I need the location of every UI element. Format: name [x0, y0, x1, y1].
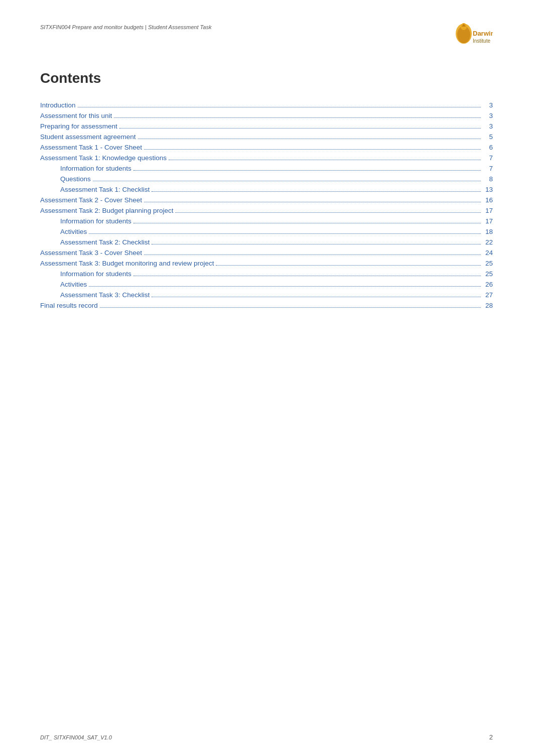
toc-item-label[interactable]: Final results record: [40, 302, 98, 309]
toc-page-number: 25: [483, 260, 493, 267]
footer-page-number: 2: [489, 733, 493, 741]
toc-item-label[interactable]: Assessment Task 1: Checklist: [60, 186, 150, 193]
footer-left: DIT_ SITXFIN004_SAT_V1.0: [40, 734, 112, 740]
toc-dots: [134, 276, 481, 276]
svg-text:Darwin: Darwin: [473, 30, 493, 37]
logo-icon: Darwin Institute: [438, 22, 493, 49]
toc-page-number: 8: [483, 175, 493, 183]
toc-page-number: 18: [483, 228, 493, 235]
toc-item[interactable]: Assessment Task 2 - Cover Sheet16: [40, 196, 493, 204]
toc-dots: [144, 149, 481, 150]
toc-page-number: 26: [483, 281, 493, 288]
toc-item[interactable]: Assessment Task 1: Knowledge questions7: [40, 154, 493, 162]
toc-item-label[interactable]: Assessment Task 1: Knowledge questions: [40, 154, 167, 162]
toc-item[interactable]: Activities26: [40, 281, 493, 288]
toc-page-number: 7: [483, 154, 493, 162]
toc-item-label[interactable]: Assessment Task 2 - Cover Sheet: [40, 196, 142, 204]
toc-page-number: 3: [483, 122, 493, 130]
toc-item-label[interactable]: Activities: [60, 281, 87, 288]
toc-dots: [144, 202, 481, 202]
toc-item-label[interactable]: Assessment Task 3: Checklist: [60, 291, 150, 299]
toc-page-number: 17: [483, 207, 493, 214]
toc-page-number: 16: [483, 196, 493, 204]
toc-item[interactable]: Assessment Task 1 - Cover Sheet6: [40, 144, 493, 151]
toc-item[interactable]: Activities18: [40, 228, 493, 235]
toc-item-label[interactable]: Assessment Task 3: Budget monitoring and…: [40, 260, 214, 267]
page: SITXFIN004 Prepare and monitor budgets |…: [0, 0, 533, 756]
logo-container: Darwin Institute: [433, 20, 493, 50]
toc-item[interactable]: Information for students7: [40, 165, 493, 172]
header-subtitle: SITXFIN004 Prepare and monitor budgets |…: [40, 20, 211, 30]
toc-dots: [138, 139, 481, 139]
toc-dots: [89, 233, 481, 234]
toc-item[interactable]: Assessment Task 3 - Cover Sheet24: [40, 249, 493, 257]
toc-item-label[interactable]: Assessment Task 2: Budget planning proje…: [40, 207, 173, 214]
toc-item-label[interactable]: Information for students: [60, 217, 131, 225]
toc-item-label[interactable]: Assessment Task 3 - Cover Sheet: [40, 249, 142, 257]
page-title: Contents: [40, 70, 493, 86]
toc-page-number: 13: [483, 186, 493, 193]
toc-item[interactable]: Information for students25: [40, 270, 493, 278]
toc-item-label[interactable]: Assessment Task 1 - Cover Sheet: [40, 144, 142, 151]
toc-item[interactable]: Introduction3: [40, 101, 493, 109]
toc-item[interactable]: Assessment Task 3: Checklist27: [40, 291, 493, 299]
toc-page-number: 17: [483, 217, 493, 225]
toc-page-number: 25: [483, 270, 493, 278]
toc-page-number: 5: [483, 133, 493, 141]
toc-item[interactable]: Assessment for this unit3: [40, 112, 493, 119]
toc-dots: [169, 160, 481, 160]
page-footer: DIT_ SITXFIN004_SAT_V1.0 2: [40, 733, 493, 741]
toc-item-label[interactable]: Preparing for assessment: [40, 122, 117, 130]
toc-page-number: 28: [483, 302, 493, 309]
toc-item[interactable]: Assessment Task 1: Checklist13: [40, 186, 493, 193]
toc-container: Introduction3Assessment for this unit3Pr…: [40, 101, 493, 309]
toc-page-number: 22: [483, 238, 493, 246]
toc-item-label[interactable]: Activities: [60, 228, 87, 235]
toc-dots: [119, 128, 481, 129]
toc-item[interactable]: Assessment Task 2: Budget planning proje…: [40, 207, 493, 214]
toc-item[interactable]: Assessment Task 3: Budget monitoring and…: [40, 260, 493, 267]
toc-item-label[interactable]: Introduction: [40, 101, 76, 109]
toc-item-label[interactable]: Student assessment agreement: [40, 133, 136, 141]
toc-dots: [134, 223, 481, 223]
toc-item-label[interactable]: Questions: [60, 175, 91, 183]
toc-dots: [114, 117, 481, 118]
toc-item[interactable]: Final results record28: [40, 302, 493, 309]
toc-item[interactable]: Questions8: [40, 175, 493, 183]
toc-page-number: 27: [483, 291, 493, 299]
toc-dots: [175, 212, 481, 213]
toc-page-number: 7: [483, 165, 493, 172]
toc-item[interactable]: Student assessment agreement5: [40, 133, 493, 141]
toc-dots: [152, 297, 481, 297]
toc-dots: [78, 107, 481, 107]
toc-item[interactable]: Information for students17: [40, 217, 493, 225]
toc-item-label[interactable]: Information for students: [60, 270, 131, 278]
toc-page-number: 24: [483, 249, 493, 257]
toc-dots: [93, 181, 481, 181]
toc-item[interactable]: Assessment Task 2: Checklist22: [40, 238, 493, 246]
toc-dots: [144, 255, 481, 255]
toc-dots: [216, 265, 481, 266]
toc-dots: [152, 191, 481, 192]
toc-page-number: 6: [483, 144, 493, 151]
toc-dots: [89, 286, 481, 287]
svg-text:Institute: Institute: [473, 38, 490, 44]
page-header: SITXFIN004 Prepare and monitor budgets |…: [40, 20, 493, 50]
toc-dots: [134, 170, 481, 171]
toc-item-label[interactable]: Assessment Task 2: Checklist: [60, 238, 150, 246]
toc-item-label[interactable]: Information for students: [60, 165, 131, 172]
toc-dots: [100, 307, 481, 308]
toc-page-number: 3: [483, 101, 493, 109]
toc-dots: [152, 244, 481, 244]
toc-item[interactable]: Preparing for assessment3: [40, 122, 493, 130]
toc-page-number: 3: [483, 112, 493, 119]
toc-item-label[interactable]: Assessment for this unit: [40, 112, 112, 119]
